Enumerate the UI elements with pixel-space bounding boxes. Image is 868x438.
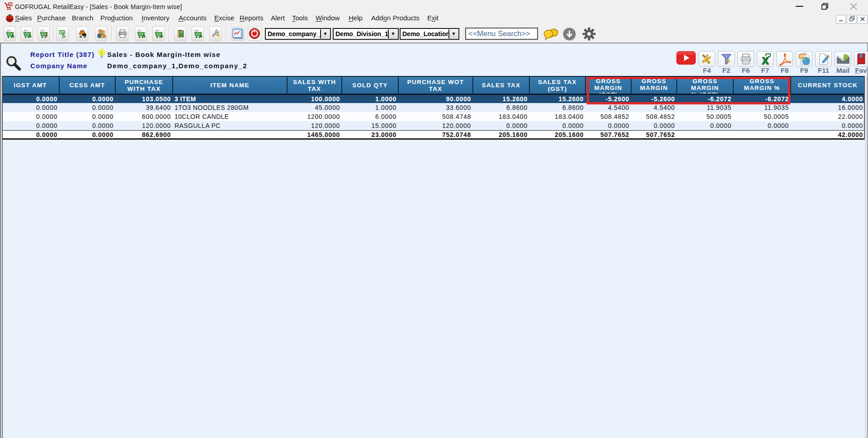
svg-text:RE: RE	[9, 3, 13, 6]
